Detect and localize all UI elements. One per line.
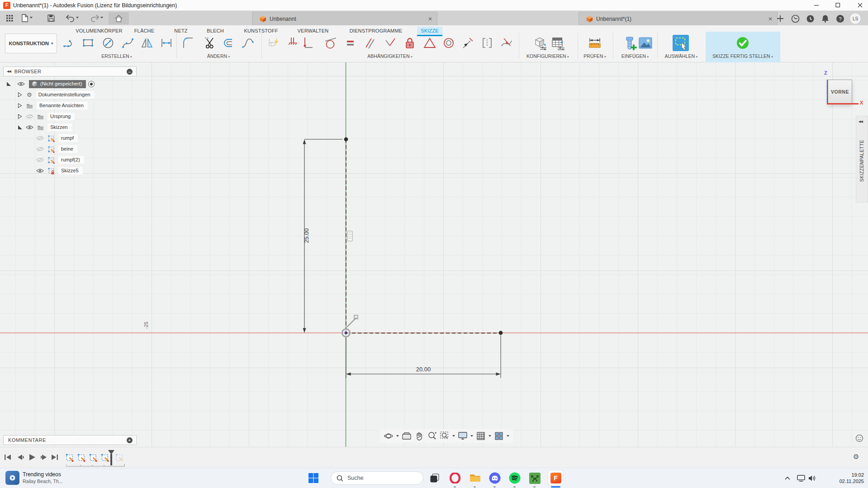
spotify-icon[interactable]: [509, 472, 521, 484]
new-tab-icon[interactable]: [775, 14, 785, 24]
ribbon-tab-kunststoff[interactable]: KUNSTSTOFF: [240, 27, 281, 35]
tree-item-label[interactable]: Dokumenteinstellungen: [36, 91, 95, 99]
group-label-abhaengigkeiten[interactable]: ABHÄNGIGKEITEN: [367, 53, 413, 59]
taskbar-clock[interactable]: 19:02 02.11.2025: [840, 472, 864, 484]
group-label-konfigurieren[interactable]: KONFIGURIEREN: [526, 53, 569, 59]
browser-row-root[interactable]: (Nicht gespeichert): [6, 79, 95, 89]
widgets-thumbnail[interactable]: [5, 471, 19, 485]
tangent-constraint-icon[interactable]: [323, 35, 339, 51]
browser-row-skizzen[interactable]: Skizzen: [18, 123, 72, 132]
display-settings-icon[interactable]: [458, 431, 468, 441]
tree-item-label[interactable]: rumpf: [58, 134, 78, 142]
file-menu-icon[interactable]: [19, 13, 30, 24]
browser-row-skizze5[interactable]: Skizze5: [36, 166, 83, 175]
look-at-icon[interactable]: [402, 431, 412, 441]
start-button[interactable]: [308, 472, 319, 484]
orbit-caret[interactable]: [396, 435, 399, 437]
activate-component-radio[interactable]: [88, 81, 95, 87]
undo-caret[interactable]: [76, 17, 79, 19]
task-view-icon[interactable]: [429, 472, 441, 484]
sketch-dimension-icon[interactable]: [266, 35, 282, 51]
tree-item-label[interactable]: rumpf(2): [58, 156, 84, 164]
volume-icon[interactable]: [806, 472, 818, 484]
minecraft-icon[interactable]: [529, 472, 541, 484]
extensions-icon[interactable]: [790, 14, 800, 24]
viewports-icon[interactable]: [494, 431, 504, 441]
midpoint-constraint-icon[interactable]: [498, 35, 515, 51]
fit-view-caret[interactable]: [452, 435, 455, 437]
group-label-skizze-fertig-stellen[interactable]: SKIZZE FERTIG STELLEN: [712, 53, 773, 59]
visibility-eye-icon[interactable]: [36, 168, 44, 173]
symmetry-constraint-icon[interactable]: [459, 35, 475, 51]
insert-fastener-icon[interactable]: [621, 35, 638, 51]
tree-item-label[interactable]: Ursprung: [47, 113, 75, 120]
redo-caret[interactable]: [100, 17, 103, 19]
opera-icon[interactable]: [449, 472, 461, 484]
file-explorer-icon[interactable]: [469, 472, 481, 484]
ribbon-tab-netz[interactable]: NETZ: [171, 27, 191, 35]
sketch-palette-collapsed[interactable]: ◀◀ SKIZZENPALETTE: [856, 116, 868, 203]
visibility-eye-icon[interactable]: [26, 125, 33, 130]
configure-table-icon[interactable]: [550, 35, 566, 51]
configure-feature-icon[interactable]: [531, 35, 548, 51]
expand-open-icon[interactable]: [18, 125, 23, 130]
add-comment-icon[interactable]: +: [127, 437, 133, 443]
browser-row-rumpf[interactable]: rumpf: [36, 133, 78, 143]
timeline-skip-start-icon[interactable]: [3, 452, 13, 463]
display-settings-caret[interactable]: [470, 435, 473, 437]
line-tool-icon[interactable]: [61, 35, 77, 51]
browser-row-benannte-ansichten[interactable]: Benannte Ansichten: [18, 101, 88, 110]
parallel-constraint-icon[interactable]: [361, 35, 378, 51]
tree-item-label[interactable]: Benannte Ansichten: [37, 102, 88, 109]
ribbon-tab-volumenkoerper[interactable]: VOLUMENKÖRPER: [72, 27, 126, 35]
close-button[interactable]: [852, 0, 868, 10]
viewports-caret[interactable]: [507, 435, 509, 437]
redo-icon[interactable]: [89, 13, 100, 24]
discord-icon[interactable]: [489, 472, 501, 484]
home-button[interactable]: [109, 12, 129, 24]
timeline-feature-sketch-3[interactable]: [88, 452, 98, 463]
rectangle-tool-icon[interactable]: [80, 35, 96, 51]
konstruktion-dropdown[interactable]: KONSTRUKTION: [5, 33, 57, 53]
equal-constraint-icon[interactable]: [342, 35, 359, 51]
visibility-eye-icon[interactable]: [17, 81, 25, 86]
offset-tool-icon[interactable]: [221, 35, 237, 51]
dimension-value-horizontal[interactable]: 20.00: [416, 366, 431, 373]
timeline-step-forward-icon[interactable]: [39, 452, 49, 463]
select-window-icon[interactable]: [673, 35, 689, 51]
timeline-feature-sketch-2[interactable]: [76, 452, 86, 463]
circle-tool-icon[interactable]: [100, 35, 116, 51]
browser-row-rumpf2[interactable]: rumpf(2): [36, 155, 84, 165]
timeline-step-back-icon[interactable]: [15, 452, 25, 463]
visibility-off-eye-icon[interactable]: [36, 136, 44, 141]
tree-item-label[interactable]: Skizzen: [47, 123, 72, 131]
expand-open-icon[interactable]: [6, 81, 11, 86]
job-status-clock-icon[interactable]: [805, 14, 815, 24]
browser-row-beine[interactable]: beine: [36, 144, 77, 154]
save-icon[interactable]: [46, 13, 57, 24]
ribbon-tab-flaeche[interactable]: FLÄCHE: [131, 27, 158, 35]
coincident-constraint-icon[interactable]: [285, 35, 301, 51]
undo-icon[interactable]: [65, 13, 76, 24]
taskbar-search[interactable]: Suche: [331, 471, 423, 485]
browser-row-ursprung[interactable]: Ursprung: [18, 112, 75, 121]
browser-minus-icon[interactable]: –: [127, 69, 133, 75]
curvature-constraint-icon[interactable]: [479, 35, 495, 51]
curve-tool-icon[interactable]: [240, 35, 256, 51]
feedback-smiley-icon[interactable]: [855, 434, 863, 442]
settings-gear-icon[interactable]: ⚙: [853, 453, 859, 461]
tree-item-label[interactable]: beine: [58, 145, 77, 153]
fusion-taskbar-icon[interactable]: F: [548, 470, 563, 485]
widget-subline[interactable]: Railay Beach, Th...: [23, 479, 63, 484]
zoom-icon[interactable]: [427, 431, 437, 441]
group-label-auswaehlen[interactable]: AUSWÄHLEN: [665, 53, 698, 59]
spline-tool-icon[interactable]: [120, 35, 136, 51]
viewcube-x-label[interactable]: X: [860, 100, 863, 105]
finish-sketch-check-icon[interactable]: [735, 35, 751, 51]
dimension-tool-icon[interactable]: [158, 35, 175, 51]
group-label-aendern[interactable]: ÄNDERN: [207, 53, 230, 59]
viewcube-z-label[interactable]: Z: [824, 70, 827, 76]
browser-row-dokumenteinstellungen[interactable]: ⚙ Dokumenteinstellungen: [18, 90, 95, 99]
group-label-pruefen[interactable]: PRÜFEN: [583, 53, 606, 59]
grid-settings-caret[interactable]: [489, 435, 491, 437]
